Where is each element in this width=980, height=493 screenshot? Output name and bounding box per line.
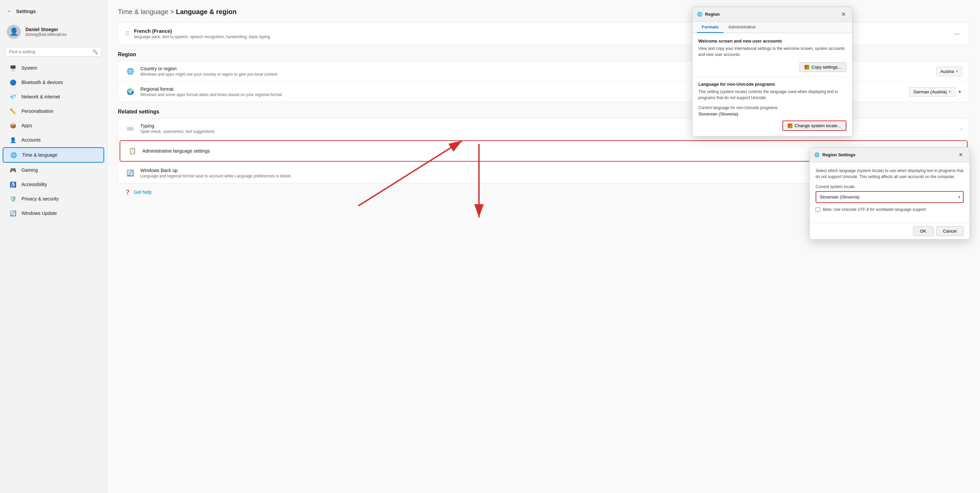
sidebar-header: ← Settings [0,4,107,21]
gaming-icon: 🎮 [10,166,17,174]
ok-button[interactable]: OK [913,226,934,236]
locale-select-wrapper: Slovenian (Slovenia) German (Austria) En… [816,191,964,203]
region-settings-desc: Select which language (system locale) to… [816,168,964,180]
sidebar-item-label: Accounts [21,137,41,143]
region-dialog: 🌐 Region ✕ Formats Administrative Welcom… [692,7,853,136]
accessibility-icon: ♿ [10,181,17,188]
chevron-right-icon: › [961,126,962,131]
time-language-icon: 🌐 [10,151,18,159]
win-icon [805,65,809,70]
sidebar-item-time-language[interactable]: 🌐 Time & language [3,147,104,163]
region-dialog-tabs: Formats Administrative [692,22,853,33]
current-system-locale-label: Current system locale: [816,184,964,189]
region-dialog-body: Welcome screen and new user accounts Vie… [692,33,853,136]
region-settings-titlebar: 🌐 Region Settings ✕ [810,147,970,162]
search-input[interactable] [9,49,90,54]
region-dialog-globe-icon: 🌐 [697,12,702,17]
sidebar-title: Settings [16,8,36,14]
region-dialog-close-button[interactable]: ✕ [839,10,848,18]
sidebar: ← Settings 👤 Daniel Stoeger dstoeg@ad.el… [0,0,107,493]
sidebar-item-bluetooth[interactable]: 🔵 Bluetooth & devices [3,75,104,89]
bluetooth-icon: 🔵 [10,79,17,86]
windows-update-icon: 🔄 [10,209,17,217]
user-email: dstoeg@ad.elitecad.eu [25,32,67,37]
breadcrumb-parent: Time & language [118,8,168,16]
country-region-value: Austria ▾ [936,67,962,76]
search-box[interactable]: 🔍 [5,47,102,57]
help-icon: ❓ [125,189,130,195]
privacy-security-icon: 🛡️ [10,195,17,203]
user-info: Daniel Stoeger dstoeg@ad.elitecad.eu [25,27,67,37]
sidebar-item-accessibility[interactable]: ♿ Accessibility [3,178,104,192]
sidebar-item-label: Network & internet [21,94,60,100]
sidebar-item-windows-update[interactable]: 🔄 Windows Update [3,206,104,220]
region-settings-globe-icon: 🌐 [814,152,819,157]
user-section: 👤 Daniel Stoeger dstoeg@ad.elitecad.eu [0,21,107,43]
sidebar-item-label: Windows Update [21,211,57,216]
non-unicode-title: Language for non-Unicode programs [698,82,846,87]
breadcrumb-separator: > [170,8,176,16]
regional-format-icon: 🌍 [125,86,136,97]
globe-icon: 🌐 [125,66,136,77]
sidebar-item-label: System [21,65,37,71]
copy-settings-button[interactable]: Copy settings... [799,62,846,72]
network-icon: 💎 [10,93,17,100]
accounts-icon: 👤 [10,136,17,144]
beta-utf8-checkbox[interactable] [816,207,820,212]
current-locale-value: Slovenian (Slovenia) [698,111,846,116]
apps-icon: 📦 [10,122,17,129]
personalisation-icon: ✏️ [10,108,17,115]
region-settings-dialog: 🌐 Region Settings ✕ Select which languag… [809,147,970,239]
welcome-screen-title: Welcome screen and new user accounts [698,38,846,43]
typing-icon: ⌨️ [125,123,136,134]
win-icon-2 [788,124,792,128]
tab-formats[interactable]: Formats [697,22,724,33]
non-unicode-desc: This setting (system locale) controls th… [698,89,846,101]
chevron-down-icon: ▾ [956,69,958,74]
admin-language-icon: 📋 [127,146,138,156]
locale-select[interactable]: Slovenian (Slovenia) German (Austria) En… [816,192,963,202]
dialog-divider [698,77,846,77]
regional-format-dropdown[interactable]: German (Austria) ▾ [909,87,955,97]
region-settings-footer: OK Cancel [810,223,970,239]
help-label: Get help [134,189,151,195]
breadcrumb-current: Language & region [176,8,237,16]
sidebar-item-accounts[interactable]: 👤 Accounts [3,133,104,147]
change-system-locale-button[interactable]: Change system locale... [783,120,846,131]
user-name: Daniel Stoeger [25,27,67,32]
back-button[interactable]: ← [5,7,13,16]
sidebar-item-label: Apps [21,123,32,128]
sidebar-item-privacy-security[interactable]: 🛡️ Privacy & security [3,192,104,206]
sidebar-item-system[interactable]: 🖥️ System [3,61,104,75]
current-locale-label: Current language for non-Unicode program… [698,105,846,110]
regional-format-value: German (Austria) ▾ ▾ [909,87,962,97]
sidebar-nav: 🖥️ System 🔵 Bluetooth & devices 💎 Networ… [0,60,107,220]
sidebar-item-network[interactable]: 💎 Network & internet [3,90,104,104]
sidebar-item-apps[interactable]: 📦 Apps [3,119,104,133]
beta-utf8-label: Beta: Use Unicode UTF-8 for worldwide la… [823,207,926,212]
region-settings-title: Region Settings [822,152,954,157]
beta-checkbox-row: Beta: Use Unicode UTF-8 for worldwide la… [816,207,964,212]
region-dialog-titlebar: 🌐 Region ✕ [692,7,853,22]
windows-backup-icon: 🔄 [125,168,136,178]
more-options-button[interactable]: ··· [951,29,962,39]
sidebar-item-personalisation[interactable]: ✏️ Personalisation [3,104,104,118]
sidebar-item-label: Time & language [22,152,57,158]
sidebar-item-label: Privacy & security [21,196,59,201]
sidebar-item-label: Gaming [21,167,38,173]
region-settings-body: Select which language (system locale) to… [810,162,970,223]
region-settings-close-button[interactable]: ✕ [956,151,965,159]
region-dialog-title: Region [705,12,837,17]
expand-button[interactable]: ▾ [957,88,962,96]
system-icon: 🖥️ [10,64,17,71]
country-region-dropdown[interactable]: Austria ▾ [936,67,962,76]
sidebar-item-label: Bluetooth & devices [21,80,63,85]
welcome-screen-desc: View and copy your international setting… [698,46,846,57]
search-icon: 🔍 [92,49,98,54]
chevron-down-icon-2: ▾ [949,89,951,94]
drag-handle[interactable]: ⠿ [125,30,129,38]
tab-administrative[interactable]: Administrative [724,22,760,33]
sidebar-item-gaming[interactable]: 🎮 Gaming [3,163,104,177]
sidebar-item-label: Accessibility [21,182,47,187]
cancel-button[interactable]: Cancel [936,226,964,236]
